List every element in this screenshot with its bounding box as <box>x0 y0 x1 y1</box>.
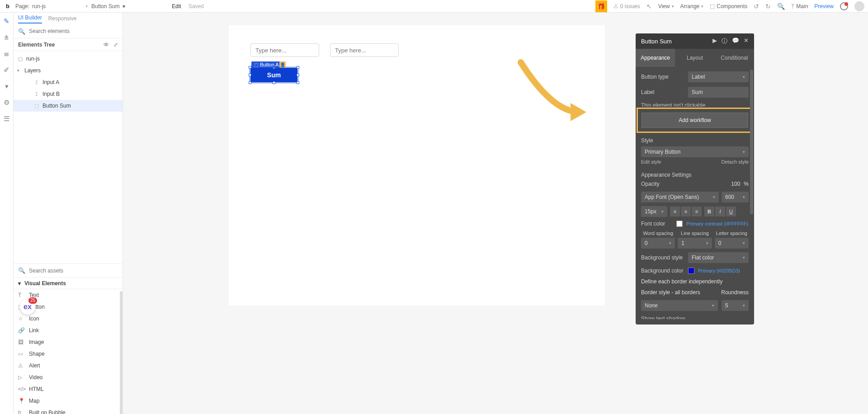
font-color-link[interactable]: Primary contrast (#FFFFFF) <box>686 221 748 226</box>
tree-input-a[interactable]: 𝙸Input A <box>14 76 123 88</box>
resize-handle[interactable] <box>249 74 251 76</box>
letter-spacing-select[interactable]: 0▾ <box>715 238 749 249</box>
asset-image[interactable]: 🖼Image <box>14 336 123 348</box>
branch-menu[interactable]: ᛘMain <box>791 3 808 9</box>
align-left-button[interactable]: ≡ <box>670 207 680 216</box>
canvas[interactable]: ⬚Button A 👤 Sum Button Sum ▶ ⓘ 💬 ✕ <box>123 13 868 414</box>
asset-link[interactable]: 🔗Link <box>14 325 123 336</box>
asset-label: Map <box>29 398 39 404</box>
font-size-select[interactable]: 15px▾ <box>641 206 667 217</box>
app-logo[interactable]: b <box>4 2 12 10</box>
chevron-down-icon: ▾ <box>743 255 745 260</box>
resize-handle[interactable] <box>297 81 299 84</box>
add-workflow-button[interactable]: Add workflow <box>642 113 748 128</box>
edit-label[interactable]: Edit <box>172 3 181 9</box>
underline-button[interactable]: U <box>726 207 736 216</box>
asset-icon[interactable]: ☆Icon <box>14 313 123 325</box>
word-spacing-select[interactable]: 0▾ <box>641 238 675 249</box>
help-widget[interactable]: ex 25 <box>20 299 35 315</box>
page-selector[interactable]: Page: run-js ▾ <box>15 3 88 9</box>
bold-button[interactable]: B <box>704 207 714 216</box>
tree-layers-row[interactable]: ▾Layers <box>14 65 123 76</box>
bg-style-label: Background style <box>641 254 684 261</box>
tree-input-b[interactable]: 𝙸Input B <box>14 88 123 100</box>
align-right-button[interactable]: ≡ <box>692 207 702 216</box>
align-center-button[interactable]: ≡ <box>681 207 691 216</box>
scrollbar-thumb[interactable] <box>120 291 123 414</box>
preview-button[interactable]: Preview <box>814 3 834 9</box>
redo-icon[interactable]: ↻ <box>765 3 771 10</box>
font-weight-select[interactable]: 600▾ <box>722 192 749 202</box>
cursor-icon[interactable]: ↖ <box>646 3 652 10</box>
elements-search-input[interactable] <box>29 28 118 34</box>
italic-button[interactable]: I <box>715 207 725 216</box>
resize-handle[interactable] <box>249 81 251 84</box>
border-style-select[interactable]: None▾ <box>641 300 718 311</box>
comment-icon[interactable]: 💬 <box>732 37 739 45</box>
rail-plugins[interactable]: ▾ <box>5 82 9 90</box>
bg-color-link[interactable]: Primary (#0205D3) <box>698 268 740 273</box>
view-menu[interactable]: View▾ <box>658 3 674 9</box>
asset-built-on-bubble[interactable]: bBuilt on Bubble <box>14 407 123 414</box>
assets-search[interactable]: 🔍 <box>14 264 123 278</box>
rail-logs[interactable]: ☰ <box>4 115 9 123</box>
resize-handle[interactable] <box>273 81 275 84</box>
asset-html[interactable]: </>HTML <box>14 383 123 395</box>
tab-ui-builder[interactable]: UI Builder <box>18 14 42 24</box>
eye-icon[interactable]: 👁 <box>104 42 109 48</box>
label-input[interactable]: Sum <box>688 87 749 98</box>
bg-color-swatch[interactable] <box>688 268 694 274</box>
issues-indicator[interactable]: ⚠ 0 issues <box>613 3 640 9</box>
canvas-input-a[interactable] <box>250 43 319 57</box>
rail-data[interactable]: ≣ <box>4 50 9 58</box>
canvas-page[interactable]: ⬚Button A 👤 Sum <box>229 25 605 306</box>
play-icon[interactable]: ▶ <box>712 37 717 45</box>
search-icon[interactable]: 🔍 <box>777 3 785 10</box>
asset-video[interactable]: ▷Video <box>14 372 123 383</box>
arrange-menu[interactable]: Arrange▾ <box>680 3 704 9</box>
roundness-select[interactable]: 5▾ <box>722 300 749 311</box>
button-type-select[interactable]: Label▾ <box>688 71 749 82</box>
expand-icon[interactable]: ⤢ <box>113 42 118 48</box>
edit-style-link[interactable]: Edit style <box>641 159 661 165</box>
deploy-icon[interactable] <box>840 2 848 10</box>
tab-responsive[interactable]: Responsive <box>48 15 77 22</box>
selection-label[interactable]: ⬚Button A <box>251 61 282 68</box>
asset-shape[interactable]: ▭Shape <box>14 348 123 360</box>
font-color-swatch[interactable] <box>676 221 683 227</box>
assets-search-input[interactable] <box>29 268 118 274</box>
tab-layout[interactable]: Layout <box>675 49 714 67</box>
element-selector[interactable]: Button Sum ▾ <box>91 3 159 9</box>
assets-header[interactable]: ▾ Visual Elements <box>14 278 123 289</box>
detach-style-link[interactable]: Detach style <box>721 159 749 165</box>
asset-map[interactable]: 📍Map <box>14 395 123 407</box>
inspector-scrollbar[interactable] <box>750 70 753 214</box>
inspector-header[interactable]: Button Sum ▶ ⓘ 💬 ✕ <box>636 33 754 49</box>
rail-design[interactable]: ✎ <box>4 17 9 25</box>
resize-handle[interactable] <box>297 74 299 76</box>
font-family-select[interactable]: App Font (Open Sans)▾ <box>641 192 719 202</box>
close-icon[interactable]: ✕ <box>744 37 749 45</box>
elements-search[interactable]: 🔍 <box>14 24 123 38</box>
resize-handle[interactable] <box>297 66 299 69</box>
user-avatar[interactable] <box>854 1 864 11</box>
tree-page-row[interactable]: ▢run-js <box>14 53 123 65</box>
info-icon[interactable]: ⓘ <box>722 37 727 45</box>
canvas-input-b[interactable] <box>330 43 399 57</box>
gift-icon[interactable]: 🎁 <box>595 0 607 12</box>
rail-styles[interactable]: ✐ <box>4 66 9 74</box>
style-select[interactable]: Primary Button▾ <box>641 146 749 157</box>
selection-badge[interactable]: 👤 <box>279 61 286 68</box>
tab-conditional[interactable]: Conditional <box>715 49 754 67</box>
asset-label: Icon <box>29 315 39 322</box>
asset-alert[interactable]: ⚠Alert <box>14 360 123 372</box>
bg-style-select[interactable]: Flat color▾ <box>688 252 749 263</box>
tree-button-sum[interactable]: ⬚Button Sum <box>14 100 123 112</box>
components-button[interactable]: ⬚Components <box>710 3 747 9</box>
opacity-value[interactable]: 100 <box>731 181 740 187</box>
line-spacing-select[interactable]: 1▾ <box>678 238 712 249</box>
undo-icon[interactable]: ↺ <box>754 3 759 10</box>
tab-appearance[interactable]: Appearance <box>636 49 675 67</box>
rail-workflow[interactable]: ⋔ <box>4 33 9 42</box>
rail-settings[interactable]: ⚙ <box>4 99 9 107</box>
